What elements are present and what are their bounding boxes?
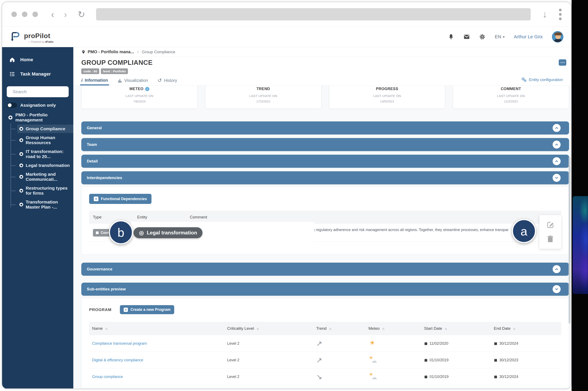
window-controls — [11, 11, 38, 17]
window-control-dot[interactable] — [11, 11, 17, 17]
address-bar[interactable] — [96, 8, 531, 20]
tree-item-restructuring-types[interactable]: Restructuring types for firms — [17, 184, 73, 197]
chevron-up-icon[interactable] — [553, 265, 561, 273]
section-detail[interactable]: Detail — [81, 155, 569, 168]
mail-icon[interactable] — [463, 34, 470, 40]
user-name[interactable]: Arthur Le Grix — [514, 34, 543, 40]
sidebar-item-task-manager[interactable]: Task Manager — [2, 67, 73, 81]
meteo-sunny-icon: ☀☁ — [368, 339, 377, 347]
start-date: 01/10/2019 — [424, 358, 494, 362]
tree-item-it-transformation[interactable]: IT transformation: road to 20... — [17, 147, 73, 161]
sort-icon[interactable]: ↑↓ — [105, 327, 107, 330]
forward-icon[interactable]: › — [64, 9, 67, 19]
chevron-up-icon[interactable] — [553, 157, 561, 165]
info-icon: i — [81, 78, 83, 83]
tab-information[interactable]: i Information — [81, 78, 108, 86]
back-icon[interactable]: ‹ — [51, 9, 54, 19]
calendar-icon — [424, 375, 428, 379]
search-input[interactable] — [13, 89, 70, 94]
section-sub-entities-preview[interactable]: Sub-entities preview — [81, 283, 569, 296]
download-icon[interactable]: ↓ — [543, 9, 547, 19]
tree-item-group-compliance[interactable]: Group Compliance — [17, 125, 78, 133]
chevron-up-icon[interactable] — [553, 141, 561, 149]
notifications-bell-icon[interactable] — [448, 34, 454, 40]
callout-a: a — [512, 219, 536, 243]
section-gouvernance[interactable]: Gouvernance — [81, 263, 569, 276]
program-name-link[interactable]: Digital & efficiency compliance — [92, 358, 143, 362]
info-circle-icon[interactable]: i — [145, 87, 149, 91]
entity-chip[interactable]: ◎ Legal transformation — [134, 227, 202, 238]
functional-dependencies-button[interactable]: + Functional Dependencies — [89, 194, 151, 204]
chevron-up-icon[interactable] — [553, 124, 561, 132]
sort-icon[interactable]: ↑↓ — [257, 327, 259, 330]
tree-item-label: Marketing and Communicati... — [26, 172, 71, 182]
chevron-down-icon[interactable] — [553, 174, 561, 182]
sort-icon[interactable]: ↑↓ — [445, 327, 447, 330]
refresh-icon[interactable]: ↻ — [78, 9, 85, 19]
entity-chip-label: Legal transformation — [147, 230, 197, 236]
callout-b: b — [109, 220, 133, 244]
program-name-link[interactable]: Compliance transversal program — [92, 341, 147, 346]
section-label: Team — [87, 142, 97, 147]
sidebar-item-home[interactable]: Home — [2, 53, 73, 67]
sidebar-item-label: Task Manager — [20, 71, 51, 77]
section-interdependencies[interactable]: Interdependencies — [81, 171, 569, 184]
window-control-dot[interactable] — [22, 11, 27, 17]
column-header-criticality[interactable]: Criticality Level↑↓ — [227, 326, 316, 331]
column-header-meteo[interactable]: Meteo↑↓ — [368, 326, 424, 331]
page-title: GROUP COMPLIANCE — [81, 59, 563, 67]
entity-configuration-button[interactable]: Entity configuration — [521, 77, 563, 86]
start-date: 01/10/2019 — [424, 375, 494, 379]
edit-icon[interactable] — [546, 221, 554, 229]
plus-square-icon: + — [124, 308, 128, 312]
column-header-end-date[interactable]: End Date↑↓ — [494, 326, 561, 331]
settings-gear-icon[interactable] — [479, 34, 485, 40]
language-selector[interactable]: EN▾ — [495, 34, 505, 40]
content-scroll-area: METEO i LAST UPDATE ON 7/6/2024 TREND LA… — [73, 86, 571, 389]
section-general[interactable]: General — [81, 121, 569, 134]
sidebar-item-label: Home — [20, 57, 33, 63]
browser-chrome: ‹ › ↻ ↓ — [2, 2, 571, 27]
sort-icon[interactable]: ↑↓ — [382, 327, 384, 330]
more-options-button[interactable]: ⋯ — [559, 59, 566, 66]
card-update-label: LAST UPDATE ON — [205, 94, 321, 98]
sort-icon[interactable]: ↑↓ — [513, 327, 515, 330]
delete-trash-icon[interactable] — [546, 235, 554, 243]
progress-card: PROGRESS LAST UPDATE ON 13/5/2022 — [329, 86, 445, 109]
assignation-toggle[interactable] — [7, 103, 17, 108]
tree-item-legal-transformation[interactable]: Legal transformation — [17, 161, 73, 170]
column-header-trend[interactable]: Trend↑↓ — [316, 326, 368, 331]
browser-menu-icon[interactable] — [559, 9, 562, 20]
tree-item-label: Group Human Ressources — [26, 135, 71, 145]
assignation-toggle-row: Assignation only — [7, 103, 68, 108]
create-program-button[interactable]: + Create a new Program — [120, 305, 174, 314]
window-control-dot[interactable] — [32, 11, 38, 17]
tree-item-transformation-master-plan[interactable]: Transformation Master Plan -... — [17, 198, 73, 211]
column-header-name[interactable]: Name↑↓ — [92, 326, 227, 331]
calendar-icon — [494, 358, 497, 362]
program-name-link[interactable]: Group compliance — [92, 375, 123, 379]
breadcrumb-parent[interactable]: PMO - Portfolio mana... — [88, 49, 134, 54]
column-header-entity: Entity — [137, 215, 190, 219]
card-update-label: LAST UPDATE ON — [82, 94, 197, 98]
section-label: Sub-entities preview — [87, 287, 126, 292]
program-panel: PROGRAM + Create a new Program Name↑↓ Cr… — [81, 298, 569, 388]
section-team[interactable]: Team — [81, 138, 569, 151]
tree-item-group-human-ressources[interactable]: Group Human Ressources — [17, 133, 73, 147]
chevron-down-icon[interactable] — [553, 285, 561, 293]
tree-root-pmo[interactable]: PMO - Portfolio management — [8, 111, 73, 124]
column-header-start-date[interactable]: Start Date↑↓ — [424, 326, 494, 331]
sort-icon[interactable]: ↑↓ — [329, 327, 331, 330]
vertical-scrollbar[interactable] — [569, 157, 570, 323]
app-logo: proPilot — Powered by dFakto — [10, 30, 53, 43]
tree-item-marketing-communication[interactable]: Marketing and Communicati... — [17, 170, 73, 184]
end-date: 30/12/2024 — [494, 375, 561, 379]
entity-chip-card: ◎ Legal transformation — [131, 222, 314, 244]
tree-root-label: PMO - Portfolio management — [15, 112, 73, 122]
screenshot-right-edge — [572, 0, 588, 391]
tab-visualization[interactable]: Visualization — [118, 78, 148, 86]
tab-history[interactable]: ↺ History — [157, 78, 177, 86]
tree-item-label: Restructuring types for firms — [26, 186, 71, 196]
user-avatar[interactable] — [552, 31, 563, 42]
target-icon: ◎ — [139, 230, 144, 235]
